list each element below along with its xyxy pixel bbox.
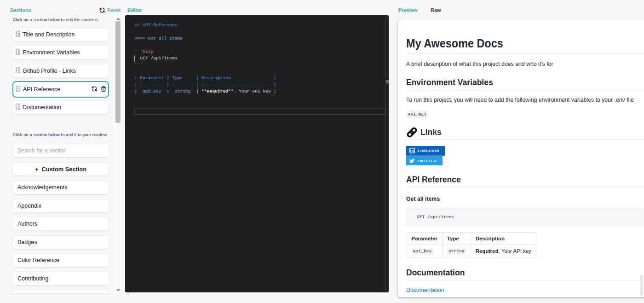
svg-text:in: in [410, 149, 414, 153]
